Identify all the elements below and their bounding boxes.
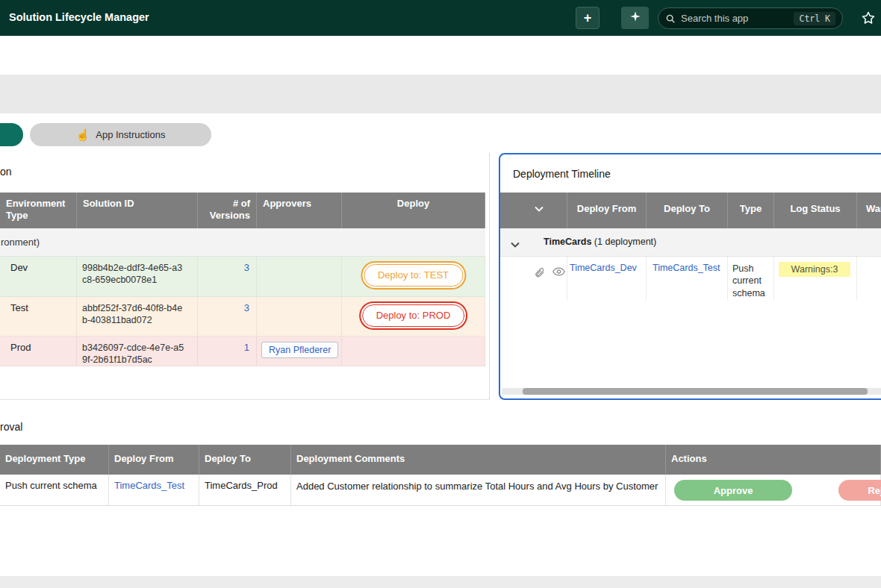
approve-button[interactable]: Approve [674,480,792,501]
solution-group-row[interactable]: ronment) [0,228,485,257]
deployment-type-cell: Push current schema [728,257,774,300]
horizontal-scrollbar-track[interactable] [502,388,881,395]
timeline-data-row: TimeCards_Dev TimeCards_Test Push curren… [500,257,881,300]
solution-group-label: ronment) [1,237,40,248]
breadcrumb-bar: anager Main [0,36,881,75]
versions-count-link[interactable]: 3 [244,262,249,273]
chevron-down-icon [535,203,544,214]
star-icon [861,10,876,25]
table-row-prod: Prod b3426097-cdce-4e7e-a59f-2b61f1b7d5a… [0,337,485,366]
page-header-band [0,75,881,113]
col-deployment-type[interactable]: Deployment Type [0,445,109,475]
log-status-warning-badge[interactable]: Warnings:3 [779,262,850,277]
bottom-band [0,576,881,588]
deploy-cell-empty [342,337,485,366]
group-name: TimeCards [544,237,591,247]
search-icon [665,13,676,24]
col-actions[interactable]: Actions [666,445,881,475]
favorite-button[interactable] [857,7,880,29]
col-solution-id[interactable]: Solution ID [77,193,198,228]
approval-data-row: Push current schema TimeCards_Test TimeC… [0,475,881,506]
solution-id-cell: b3426097-cdce-4e7e-a59f-2b61f1b7d5ac [77,337,198,366]
deployment-type-cell: Push current schema [0,475,109,505]
versions-count-link[interactable]: 3 [244,302,249,313]
deploy-to-link[interactable]: TimeCards_Test [653,263,720,273]
solution-id-cell: abbf252f-37d6-40f8-b4eb-403811bad072 [77,297,198,336]
col-deploy-to[interactable]: Deploy To [647,193,728,228]
search-shortcut-hint: Ctrl K [794,12,835,25]
timeline-header-row: Deploy From Deploy To Type Log Status Wa… [500,193,881,228]
env-cell: Prod [0,337,77,366]
top-header-bar: Solution Lifecycle Manager + Ctrl K [0,0,881,36]
solution-panel: on Environment Type Solution ID # of Ver… [0,153,490,400]
add-button[interactable]: + [576,7,600,29]
deploy-to-prod-button[interactable]: Deploy to: PROD [362,304,465,327]
deploy-to-test-button[interactable]: Deploy to: TEST [364,264,463,287]
col-deploy[interactable]: Deploy [342,193,485,228]
approval-table: Deployment Type Deploy From Deploy To De… [0,445,881,506]
solution-id-cell: 998b4b2e-ddf3-4e65-a3c8-659ecb0078e1 [77,257,198,296]
timeline-group-row: TimeCards (1 deployment) [500,228,881,257]
col-num-versions[interactable]: # of Versions [198,193,257,228]
automation-button[interactable] [621,7,649,29]
app-instructions-button[interactable]: ☝ App Instructions [30,123,211,146]
app-root: Solution Lifecycle Manager + Ctrl K anag… [0,0,881,588]
table-row-dev: Dev 998b4b2e-ddf3-4e65-a3c8-659ecb0078e1… [0,257,485,297]
approver-reference-chip[interactable]: Ryan Pflederer [261,342,338,358]
col-environment-type[interactable]: Environment Type [0,193,77,228]
table-row-test: Test abbf252f-37d6-40f8-b4eb-403811bad07… [0,297,485,337]
col-deployment-comments[interactable]: Deployment Comments [291,445,666,475]
collapse-all-control[interactable] [500,193,567,228]
col-approvers[interactable]: Approvers [257,193,342,228]
approval-section-title: roval [0,421,22,433]
col-deploy-to[interactable]: Deploy To [199,445,291,475]
preview-eye-icon[interactable] [552,266,565,300]
approver-cell [257,297,342,336]
approval-header-row: Deployment Type Deploy From Deploy To De… [0,445,881,475]
env-cell: Test [0,297,77,336]
deploy-from-link[interactable]: TimeCards_Dev [570,263,637,273]
chevron-down-icon[interactable] [511,240,520,250]
timeline-title: Deployment Timeline [513,168,611,180]
solution-panel-title: on [0,166,12,178]
warnings-cell [857,257,881,300]
col-warnings[interactable]: Warnings [857,193,881,228]
click-hand-icon: ☝ [76,129,90,140]
deployment-timeline-panel: Deployment Timeline Deploy From Deploy T… [499,153,881,400]
deployment-comments-cell: Added Customer relationship to summarize… [291,475,666,505]
env-cell: Dev [0,257,77,296]
attachment-icon[interactable] [534,266,545,300]
horizontal-scrollbar-thumb[interactable] [523,388,868,395]
col-type[interactable]: Type [728,193,774,228]
sparkle-icon [629,10,641,25]
col-deploy-from[interactable]: Deploy From [109,445,199,475]
app-search-box[interactable]: Ctrl K [658,7,843,29]
reject-button[interactable]: Reject [838,480,881,501]
col-log-status[interactable]: Log Status [774,193,857,228]
actions-cell: Approve Reject [666,475,881,505]
plus-icon: + [584,11,592,25]
search-input[interactable] [681,13,794,24]
versions-count-link[interactable]: 1 [244,342,249,353]
group-count: (1 deployment) [591,237,656,247]
app-instructions-label: App Instructions [96,129,165,140]
timeline-table: Deploy From Deploy To Type Log Status Wa… [500,193,881,300]
solution-table: Environment Type Solution ID # of Versio… [0,193,485,366]
approver-cell [257,257,342,296]
app-title: Solution Lifecycle Manager [9,11,149,23]
col-deploy-from[interactable]: Deploy From [567,193,647,228]
refresh-pill-button[interactable] [0,123,23,146]
deploy-from-link[interactable]: TimeCards_Test [114,480,184,491]
solution-table-header-row: Environment Type Solution ID # of Versio… [0,193,485,228]
deploy-to-cell: TimeCards_Prod [199,475,291,505]
